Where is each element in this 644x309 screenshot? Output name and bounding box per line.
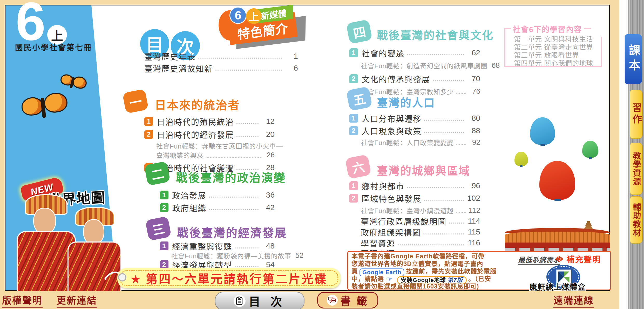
toc-entry[interactable]: 2 日治時代的經濟發展 20 [144, 129, 275, 139]
dot-leader [407, 187, 464, 188]
entry-page: 12 [261, 117, 275, 126]
bookmark-button-label: 書 籤 [340, 293, 369, 308]
entry-title: 區域特色與發展 [362, 192, 422, 204]
entry-number: 1 [160, 241, 168, 250]
notice-line-pre: 中，請點選 [351, 275, 384, 282]
toc-button[interactable]: 目 次 [215, 292, 304, 309]
dot-leader [424, 200, 464, 201]
star-icon: ★ [130, 273, 142, 286]
toc-sub-entry[interactable]: 社會Fun輕鬆：人口政策變變變 92 [361, 138, 480, 146]
costume-image [17, 231, 76, 292]
toc-entry[interactable]: 1 鄉村與都市 96 [349, 181, 480, 191]
sub-entry-page: 52 [295, 251, 303, 260]
entry-title: 人口分布與遷移 [362, 112, 422, 124]
toc-entry[interactable]: 1 經濟重整與復甦 48 [160, 241, 275, 251]
notice-line-post: 按鍵前，需先安裝此軟體於電腦 [406, 268, 497, 275]
dot-leader [424, 120, 464, 121]
disc-notice-banner: ★第四～六單元請執行第二片光碟 [117, 268, 341, 288]
entry-number: 2 [349, 126, 358, 135]
dot-leader [424, 132, 464, 133]
entry-number: 1 [160, 191, 168, 199]
tab-workbook[interactable]: 習作 [630, 90, 642, 139]
entry-title: 文化的傳承與發展 [362, 73, 430, 85]
copyright-link[interactable]: 版權聲明 [2, 293, 43, 308]
toc-entry[interactable]: 1 社會的變遷 62 [349, 48, 480, 58]
toc-entry[interactable]: 2 人口現象與政策 88 [349, 126, 480, 136]
toc-sub-entry[interactable]: 社會Fun輕鬆：奔馳在甘蔗田裡的小火車— [156, 142, 283, 150]
sky-lantern-yellow [514, 152, 528, 166]
toc-entry[interactable]: 1 政治發展 36 [160, 190, 275, 200]
entry-page: 88 [467, 126, 480, 135]
notice-line: 頁Google Earth按鍵前，需先安裝此軟體於電腦 [351, 267, 523, 275]
kangxuan-logo-label: 康軒線上媒體盒 [530, 281, 602, 292]
butterfly-image [19, 91, 69, 127]
tab-textbook[interactable]: 課本 [624, 34, 642, 84]
unit3-title[interactable]: 戰後臺灣的經濟發展 [177, 224, 287, 240]
banner-message: 第四～六單元請執行第二片光碟 [146, 273, 328, 286]
sub-entry-title: 臺灣糖業的興衰 [156, 150, 204, 160]
entry-number: 1 [349, 181, 358, 190]
remote-link[interactable]: 遠端連線 [553, 293, 594, 308]
entry-page: 54 [261, 260, 275, 269]
dot-leader [407, 54, 464, 55]
dot-leader [456, 212, 466, 213]
dot-leader [236, 136, 259, 137]
toc-entry[interactable]: 2 政府組織 42 [160, 203, 275, 212]
unit5-title[interactable]: 臺灣的人口 [377, 94, 435, 110]
unit1-title[interactable]: 日本來的統治者 [155, 96, 240, 113]
clipboard-icon [234, 295, 246, 307]
toc-entry-gov-chart[interactable]: 政府組織架構圖 115 [361, 227, 480, 237]
toc-entry-resources[interactable]: 學習資源 116 [361, 238, 480, 248]
entry-title: 日治時代的殖民統治 [157, 116, 234, 127]
dot-leader [398, 244, 464, 245]
toc-sub-entry[interactable]: 臺灣糖業的興衰 26 [156, 151, 275, 159]
update-link[interactable]: 更新連結 [57, 293, 97, 308]
toc-sub-entry[interactable]: 社會Fun輕鬆：麵粉袋內褲—美援的故事 52 [171, 251, 303, 260]
entry-page: 1 [284, 52, 298, 61]
series-label: 國民小學社會第七冊 [15, 41, 92, 52]
entry-number: 2 [160, 260, 168, 269]
min-requirements-link[interactable]: 最低系統需求 [518, 254, 560, 265]
entry-number: 1 [144, 117, 153, 126]
badge-grade: 6 [229, 7, 247, 24]
entry-page: 80 [467, 114, 480, 123]
entry-title: 社會的變遷 [362, 47, 404, 59]
tab-teaching-resources[interactable]: 教學資源 [630, 143, 642, 195]
entry-number: 2 [160, 203, 168, 212]
dot-leader [215, 70, 282, 71]
toc-entry-admin-map[interactable]: 臺灣行政區層級說明圖 114 [361, 216, 480, 226]
entry-page: 115 [467, 227, 480, 236]
entry-title: 鄉村與都市 [362, 180, 404, 192]
next-volume-title: 社會6下的學習內容 [511, 23, 584, 34]
toc-entry[interactable]: 1 日治時代的殖民統治 12 [144, 116, 275, 126]
toc-sub-entry[interactable]: 社會Fun輕鬆：創造奇幻空間的紙風車劇團 68 [361, 61, 500, 70]
toc-entry-history-timeline[interactable]: 臺灣歷史年表 1 [144, 51, 298, 61]
sub-entry-page: 92 [468, 138, 480, 146]
dot-leader [423, 233, 464, 234]
sub-entry-title: 社會Fun輕鬆：人口政策變變變 [361, 138, 454, 147]
supplement-statement[interactable]: ※ 補充聲明 [555, 253, 601, 265]
dot-leader [198, 58, 282, 59]
toc-entry[interactable]: 2 文化的傳承與發展 70 [349, 74, 480, 84]
roof-tiles [505, 232, 610, 243]
tab-teaching-aids[interactable]: 輔助教材 [630, 196, 642, 244]
temple-roof-image [505, 221, 610, 252]
toc-entry-history-review[interactable]: 臺灣歷史溫故知新 6 [144, 63, 298, 73]
toc-button-label: 目 次 [249, 293, 286, 309]
entry-title: 臺灣歷史溫故知新 [144, 62, 213, 74]
toc-entry[interactable]: 1 人口分布與遷移 80 [349, 113, 480, 123]
entry-page: 114 [467, 217, 480, 225]
sub-entry-page: 26 [263, 151, 275, 159]
dot-leader [209, 197, 259, 198]
unit2-title[interactable]: 戰後臺灣的政治演變 [176, 169, 286, 185]
bookmark-button[interactable]: 書 籤 [317, 292, 378, 308]
toc-sub-entry[interactable]: 社會Fun輕鬆：臺灣小鎮漫遊趣 112 [361, 206, 480, 214]
bookmark-chat-icon [327, 295, 338, 306]
pagoda-ornament [583, 221, 594, 230]
unit6-title[interactable]: 臺灣的城鄉與區域 [377, 162, 470, 178]
banner-grommet [118, 273, 126, 281]
feature-intro-badge[interactable]: 特色簡介 新媒體 6 上 [218, 7, 306, 46]
entry-page: 96 [467, 181, 480, 190]
unit4-title[interactable]: 戰後臺灣的社會與文化 [377, 26, 494, 42]
toc-entry[interactable]: 2 區域特色與發展 102 [349, 193, 480, 203]
